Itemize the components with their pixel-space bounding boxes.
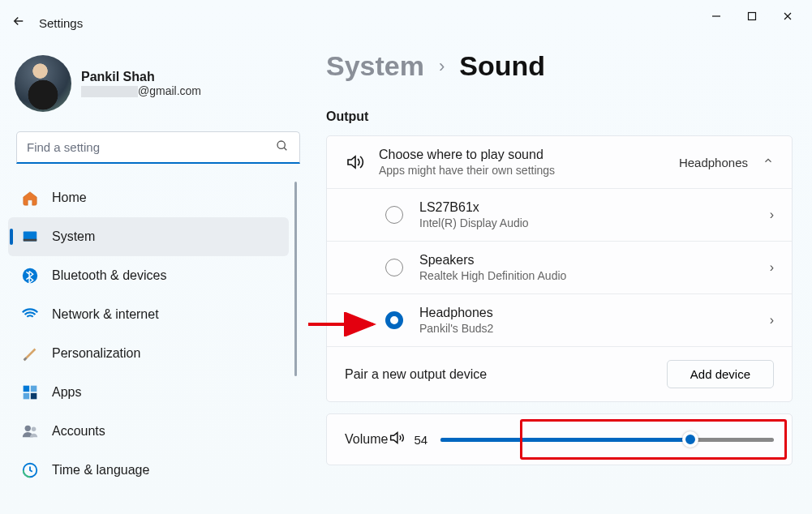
device-row-headphones[interactable]: Headphones Pankil's Buds2 › [327, 293, 792, 346]
back-button[interactable] [11, 14, 26, 32]
svg-rect-8 [31, 393, 37, 400]
search-input[interactable] [16, 131, 300, 164]
volume-value: 54 [414, 433, 427, 447]
svg-point-9 [25, 426, 31, 431]
user-block[interactable]: Pankil Shah @gmail.com [8, 55, 308, 112]
radio-unselected[interactable] [385, 206, 403, 224]
chevron-right-icon: › [770, 260, 774, 275]
volume-label: Volume [345, 432, 388, 447]
brush-icon [21, 345, 39, 362]
speaker-small-icon[interactable] [388, 429, 406, 450]
radio-selected[interactable] [385, 311, 403, 329]
minimize-button[interactable] [698, 4, 734, 28]
chevron-right-icon: › [770, 313, 774, 328]
avatar [15, 55, 71, 112]
svg-rect-7 [24, 393, 30, 400]
svg-rect-5 [24, 386, 30, 392]
svg-rect-3 [24, 239, 37, 242]
user-email: @gmail.com [81, 84, 201, 97]
slider-thumb[interactable] [682, 431, 698, 448]
choose-output-row[interactable]: Choose where to play sound Apps might ha… [327, 136, 792, 188]
volume-slider[interactable] [440, 438, 774, 442]
sidebar-item-time[interactable]: Time & language [8, 451, 289, 490]
device-row-speakers[interactable]: Speakers Realtek High Definition Audio › [327, 241, 792, 293]
page-title: Sound [459, 50, 545, 82]
device-row-ls27b61x[interactable]: LS27B61x Intel(R) Display Audio › [327, 188, 792, 241]
section-label-output: Output [326, 109, 793, 124]
chevron-right-icon: › [439, 56, 445, 77]
sidebar-item-bluetooth[interactable]: Bluetooth & devices [8, 256, 289, 295]
search-icon [276, 139, 289, 156]
home-icon [21, 189, 39, 207]
radio-unselected[interactable] [385, 259, 403, 276]
sidebar-item-accounts[interactable]: Accounts [8, 412, 289, 451]
add-device-button[interactable]: Add device [667, 360, 774, 388]
pair-device-row: Pair a new output device Add device [327, 346, 792, 401]
svg-point-10 [32, 427, 37, 432]
scrollbar[interactable] [294, 182, 297, 376]
svg-rect-6 [31, 386, 37, 392]
output-card: Choose where to play sound Apps might ha… [326, 135, 793, 402]
volume-card: Volume 54 [326, 413, 793, 465]
sidebar-nav: Home System Bluetooth & devices Network … [8, 178, 308, 490]
sidebar-item-personalization[interactable]: Personalization [8, 334, 289, 373]
choose-output-value: Headphones [679, 156, 748, 169]
speaker-icon [345, 152, 364, 172]
svg-point-4 [23, 268, 37, 283]
app-title: Settings [39, 16, 83, 30]
accounts-icon [21, 422, 39, 440]
wifi-icon [21, 306, 39, 323]
sidebar-item-apps[interactable]: Apps [8, 373, 289, 412]
clock-icon [21, 461, 39, 479]
sidebar-item-home[interactable]: Home [8, 178, 289, 217]
close-button[interactable] [770, 4, 806, 28]
breadcrumb: System › Sound [326, 50, 793, 82]
system-icon [21, 228, 39, 246]
maximize-button[interactable] [734, 4, 770, 28]
breadcrumb-parent[interactable]: System [326, 50, 424, 82]
bluetooth-icon [21, 267, 39, 285]
sidebar-item-network[interactable]: Network & internet [8, 295, 289, 334]
chevron-up-icon [763, 155, 774, 169]
svg-point-1 [277, 141, 285, 148]
chevron-right-icon: › [770, 208, 774, 222]
user-name: Pankil Shah [81, 70, 201, 84]
sidebar-item-system[interactable]: System [8, 217, 289, 256]
svg-rect-0 [749, 13, 756, 20]
apps-icon [21, 383, 39, 401]
